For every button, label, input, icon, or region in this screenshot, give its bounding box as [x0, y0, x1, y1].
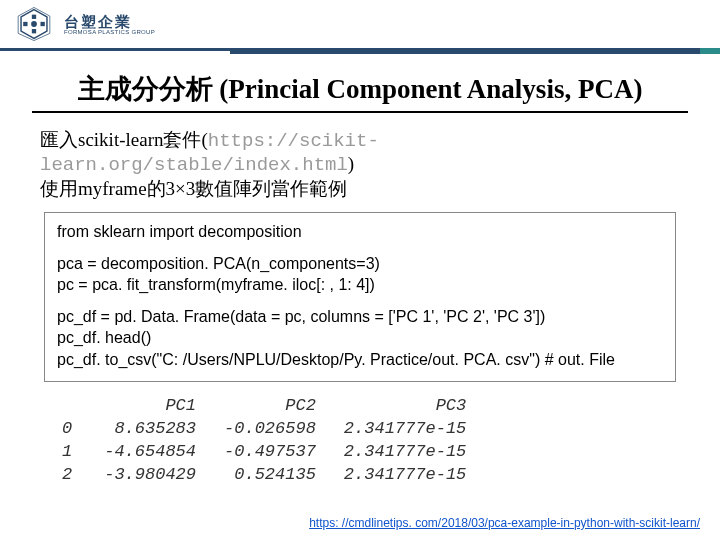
header-bar: 台塑企業 FORMOSA PLASTICS GROUP	[0, 0, 720, 51]
table-row: 1 -4.654854 -0.497537 2.341777e-15	[48, 440, 480, 463]
svg-point-6	[31, 21, 37, 27]
svg-rect-2	[32, 15, 36, 19]
col-header: PC2	[210, 394, 330, 417]
logo: 台塑企業 FORMOSA PLASTICS GROUP	[12, 6, 155, 42]
intro-block: 匯入scikit-learn套件(https://scikit-learn.or…	[40, 127, 680, 202]
logo-text-cn: 台塑企業	[64, 14, 155, 29]
cell: 2.341777e-15	[330, 463, 480, 486]
svg-rect-3	[32, 29, 36, 33]
code-line: pca = decomposition. PCA(n_components=3)	[57, 253, 663, 275]
intro-suffix: )	[348, 153, 354, 174]
cell: -0.497537	[210, 440, 330, 463]
cell: -0.026598	[210, 417, 330, 440]
row-index: 2	[48, 463, 90, 486]
intro-prefix: 匯入scikit-learn套件(	[40, 129, 208, 150]
code-line: from sklearn import decomposition	[57, 221, 663, 243]
cell: 0.524135	[210, 463, 330, 486]
cell: 2.341777e-15	[330, 417, 480, 440]
logo-icon	[12, 6, 56, 42]
output-table: PC1 PC2 PC3 0 8.635283 -0.026598 2.34177…	[48, 394, 672, 486]
row-index: 1	[48, 440, 90, 463]
code-line: pc_df. to_csv("C: /Users/NPLU/Desktop/Py…	[57, 349, 663, 371]
cell: 2.341777e-15	[330, 440, 480, 463]
col-header: PC3	[330, 394, 480, 417]
cell: -3.980429	[90, 463, 210, 486]
svg-rect-5	[40, 22, 44, 26]
logo-text-en: FORMOSA PLASTICS GROUP	[64, 29, 155, 35]
title-underline	[32, 111, 688, 113]
cell: 8.635283	[90, 417, 210, 440]
accent-strip	[230, 48, 720, 54]
intro-line-1: 匯入scikit-learn套件(https://scikit-learn.or…	[40, 127, 680, 176]
table-row: 2 -3.980429 0.524135 2.341777e-15	[48, 463, 480, 486]
code-box: from sklearn import decomposition pca = …	[44, 212, 676, 382]
svg-rect-4	[23, 22, 27, 26]
code-line: pc_df = pd. Data. Frame(data = pc, colum…	[57, 306, 663, 328]
table-row: 0 8.635283 -0.026598 2.341777e-15	[48, 417, 480, 440]
code-line: pc_df. head()	[57, 327, 663, 349]
footer-source-link[interactable]: https: //cmdlinetips. com/2018/03/pca-ex…	[309, 516, 700, 530]
col-header: PC1	[90, 394, 210, 417]
cell: -4.654854	[90, 440, 210, 463]
row-index: 0	[48, 417, 90, 440]
code-line: pc = pca. fit_transform(myframe. iloc[: …	[57, 274, 663, 296]
table-header-row: PC1 PC2 PC3	[48, 394, 480, 417]
intro-line-2: 使用myframe的3×3數值陣列當作範例	[40, 176, 680, 202]
page-title: 主成分分析 (Princial Component Analysis, PCA)	[30, 71, 690, 107]
